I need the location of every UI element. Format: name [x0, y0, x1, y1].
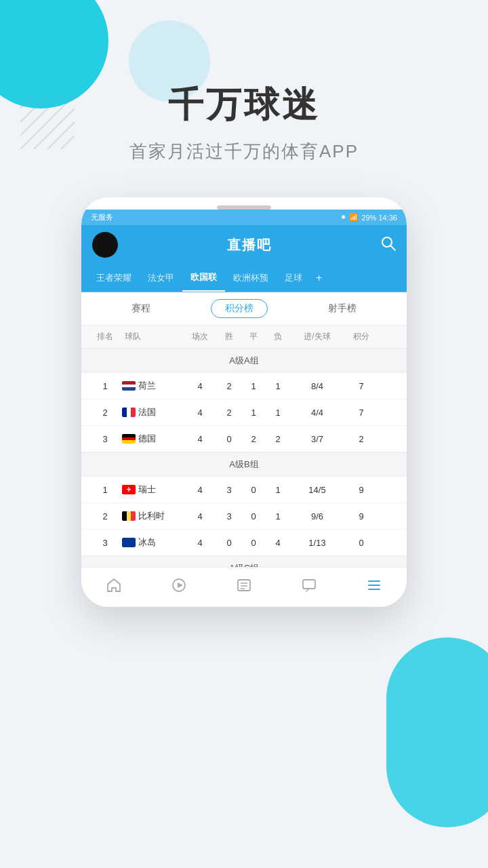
bottom-nav-play[interactable] — [171, 577, 187, 593]
goals: 9/6 — [290, 511, 344, 521]
loss: 1 — [266, 485, 290, 495]
team-cell: 冰岛 — [122, 536, 183, 549]
col-rank: 排名 — [88, 331, 122, 342]
win: 3 — [217, 485, 241, 495]
team-name: 德国 — [138, 433, 156, 445]
team-cell: 瑞士 — [122, 484, 183, 496]
bottom-nav-news[interactable] — [236, 577, 252, 593]
nav-tab-fanjia[interactable]: 法女甲 — [140, 265, 182, 291]
flag-be — [122, 511, 136, 521]
col-points: 积分 — [344, 331, 378, 342]
rank: 1 — [88, 485, 122, 495]
win: 2 — [217, 381, 241, 391]
col-goals: 进/失球 — [290, 331, 344, 342]
hero-title: 千万球迷 — [0, 81, 488, 129]
team-cell: 德国 — [122, 433, 183, 445]
col-draw: 平 — [241, 331, 266, 342]
status-bar: 无服务 ✷ 📶 29% 14:36 — [81, 210, 407, 225]
flag-ch — [122, 485, 136, 494]
points: 7 — [344, 381, 378, 391]
flag-is — [122, 538, 136, 547]
app-header: 直播吧 — [81, 225, 407, 264]
loss: 2 — [266, 434, 290, 444]
col-loss: 负 — [266, 331, 290, 342]
sub-tab-scorers[interactable]: 射手榜 — [314, 300, 370, 317]
rank: 2 — [88, 408, 122, 418]
sub-tab-standings[interactable]: 积分榜 — [211, 299, 268, 318]
played: 4 — [183, 511, 217, 521]
app-title: 直播吧 — [227, 236, 272, 254]
list-icon — [366, 577, 382, 593]
nav-tab-ouyubei[interactable]: 欧洲杯预 — [225, 265, 277, 291]
phone-mockup: 无服务 ✷ 📶 29% 14:36 直播吧 王者荣耀 法女甲 欧国联 欧洲杯预 … — [81, 197, 407, 607]
played: 4 — [183, 381, 217, 391]
bottom-nav-home[interactable] — [106, 577, 122, 593]
draw: 2 — [241, 434, 266, 444]
loss: 1 — [266, 511, 290, 521]
flag-nl — [122, 381, 136, 391]
standings-table: 排名 球队 场次 胜 平 负 进/失球 积分 A级A组 1 荷兰 4 2 1 1… — [81, 326, 407, 607]
table-row[interactable]: 3 德国 4 0 2 2 3/7 2 — [81, 426, 407, 452]
news-icon — [236, 577, 252, 593]
app-logo[interactable] — [92, 232, 118, 258]
played: 4 — [183, 408, 217, 418]
win: 0 — [217, 434, 241, 444]
team-cell: 荷兰 — [122, 380, 183, 392]
col-played: 场次 — [183, 331, 217, 342]
bottom-nav-chat[interactable] — [301, 577, 317, 593]
nav-tab-zuqiu[interactable]: 足球 — [277, 265, 310, 291]
team-cell: 法国 — [122, 406, 183, 418]
bottom-nav-list[interactable] — [366, 577, 382, 593]
goals: 1/13 — [290, 538, 344, 548]
nav-tab-wangzhe[interactable]: 王者荣耀 — [88, 265, 140, 291]
sub-tab-schedule[interactable]: 赛程 — [118, 300, 164, 317]
win: 0 — [217, 538, 241, 548]
rank: 3 — [88, 434, 122, 444]
points: 0 — [344, 538, 378, 548]
home-icon — [106, 577, 122, 593]
play-icon — [171, 577, 187, 593]
draw: 0 — [241, 511, 266, 521]
nav-tab-ouguo[interactable]: 欧国联 — [182, 264, 225, 292]
goals: 14/5 — [290, 485, 344, 495]
chat-icon — [301, 577, 317, 593]
team-name: 法国 — [138, 406, 156, 418]
table-row[interactable]: 3 冰岛 4 0 0 4 1/13 0 — [81, 530, 407, 556]
hero-section: 千万球迷 首家月活过千万的体育APP — [0, 0, 488, 163]
group-header-b: A级B组 — [81, 452, 407, 477]
svg-marker-10 — [178, 583, 183, 588]
team-cell: 比利时 — [122, 510, 183, 522]
draw: 1 — [241, 381, 266, 391]
bottom-nav — [81, 567, 407, 607]
status-info: ✷ 📶 29% 14:36 — [340, 213, 397, 222]
win: 2 — [217, 408, 241, 418]
svg-line-8 — [390, 245, 395, 250]
points: 2 — [344, 434, 378, 444]
search-icon[interactable] — [381, 236, 396, 254]
rank: 1 — [88, 381, 122, 391]
team-name: 比利时 — [138, 510, 165, 522]
table-row[interactable]: 2 法国 4 2 1 1 4/4 7 — [81, 399, 407, 426]
points: 9 — [344, 511, 378, 521]
draw: 0 — [241, 538, 266, 548]
status-carrier: 无服务 — [91, 212, 113, 222]
table-row[interactable]: 2 比利时 4 3 0 1 9/6 9 — [81, 503, 407, 530]
loss: 1 — [266, 381, 290, 391]
hero-subtitle: 首家月活过千万的体育APP — [0, 140, 488, 163]
bg-decoration-shape-br — [386, 637, 488, 827]
win: 3 — [217, 511, 241, 521]
flag-de — [122, 434, 136, 443]
team-name: 冰岛 — [138, 536, 156, 549]
wifi-icon: 📶 — [349, 213, 359, 222]
table-row[interactable]: 1 瑞士 4 3 0 1 14/5 9 — [81, 477, 407, 503]
goals: 4/4 — [290, 408, 344, 418]
played: 4 — [183, 538, 217, 548]
nav-tab-more-icon[interactable]: + — [310, 265, 327, 291]
points: 9 — [344, 485, 378, 495]
table-header-row: 排名 球队 场次 胜 平 负 进/失球 积分 — [81, 326, 407, 349]
rank: 3 — [88, 538, 122, 548]
table-row[interactable]: 1 荷兰 4 2 1 1 8/4 7 — [81, 373, 407, 399]
points: 7 — [344, 408, 378, 418]
col-win: 胜 — [217, 331, 241, 342]
loss: 1 — [266, 408, 290, 418]
